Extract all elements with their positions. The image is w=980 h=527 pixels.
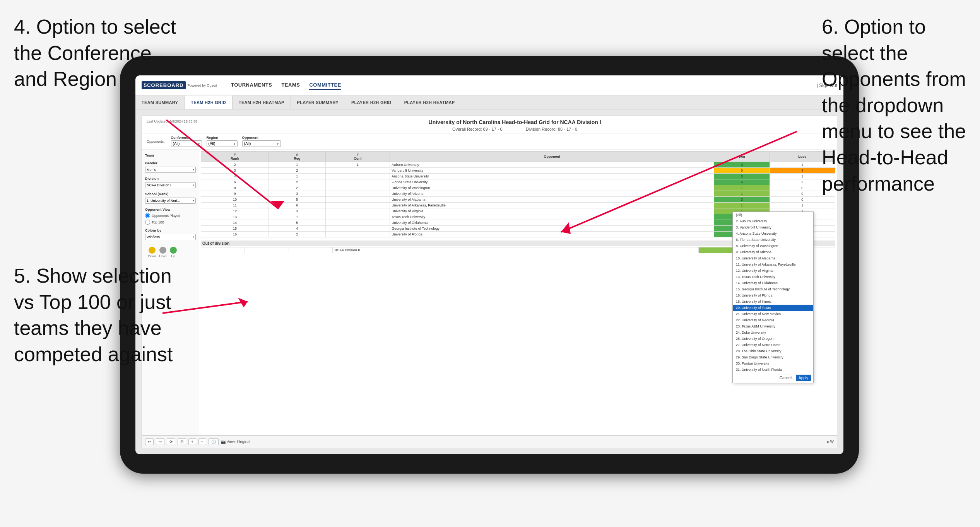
sub-nav: TEAM SUMMARY TEAM H2H GRID TEAM H2H HEAT…	[135, 96, 843, 109]
dropdown-item[interactable]: 14. University of Oklahoma	[733, 280, 813, 286]
cell-rank: 13	[201, 214, 269, 220]
cell-reg: 3	[269, 191, 325, 197]
nav-committee[interactable]: COMMITTEE	[309, 80, 341, 90]
dropdown-item[interactable]: 29. San Diego State University	[733, 354, 813, 360]
division-select[interactable]: NCAA Division I	[145, 182, 196, 188]
cell-rank: 10	[201, 197, 269, 203]
apply-button[interactable]: Apply	[796, 375, 811, 381]
dropdown-item[interactable]: 9. University of Arizona	[733, 249, 813, 255]
gender-label: Gender	[145, 161, 196, 165]
region-select[interactable]: (All)	[207, 140, 238, 147]
dropdown-item[interactable]: (All)	[733, 212, 813, 218]
dropdown-item[interactable]: 25. University of Oregon	[733, 336, 813, 342]
zoom-in[interactable]: +	[188, 438, 196, 445]
cell-conf	[325, 226, 390, 232]
dropdown-item[interactable]: 2. Auburn University	[733, 218, 813, 224]
radio-group: Opponents Played Top 100	[145, 213, 196, 225]
refresh-button[interactable]: ⟳	[167, 438, 175, 445]
clock-button[interactable]: 🕐	[209, 438, 219, 445]
annotation-bottom-left: 5. Show selectionvs Top 100 or justteams…	[14, 263, 173, 367]
cell-win: 1	[714, 185, 770, 191]
opponent-dropdown[interactable]: (All)2. Auburn University3. Vanderbilt U…	[732, 211, 814, 383]
ncaa-empty2	[245, 247, 289, 253]
subnav-player-h2h-heatmap[interactable]: PLAYER H2H HEATMAP	[398, 96, 462, 109]
dropdown-item[interactable]: 10. University of Alabama	[733, 255, 813, 261]
cell-loss: 0	[770, 197, 835, 203]
dropdown-item[interactable]: 28. The Ohio State University	[733, 348, 813, 354]
dropdown-item[interactable]: 6. Florida State University	[733, 237, 813, 243]
cell-conf	[325, 220, 390, 226]
dropdown-item[interactable]: 16. University of Florida	[733, 292, 813, 298]
dropdown-item[interactable]: 24. Duke University	[733, 329, 813, 336]
dropdown-item[interactable]: 12. University of Virginia	[733, 268, 813, 274]
region-label: Region	[207, 136, 238, 140]
dropdown-item[interactable]: 3. Vanderbilt University	[733, 224, 813, 230]
colour-select[interactable]: Win/loss	[145, 234, 196, 240]
dropdown-item[interactable]: 13. Texas Tech University	[733, 274, 813, 280]
undo-button[interactable]: ↩	[145, 438, 154, 445]
radio-opponents-played[interactable]: Opponents Played	[145, 213, 196, 218]
legend-level: Level	[159, 247, 166, 258]
cell-rank: 2	[201, 162, 269, 168]
cell-reg: 2	[269, 232, 325, 237]
dropdown-item[interactable]: 30. Purdue University	[733, 360, 813, 367]
opponent-select[interactable]: (All)	[242, 140, 281, 147]
dropdown-item[interactable]: 20. University of Texas	[733, 305, 813, 311]
gender-select[interactable]: Men's	[145, 167, 196, 173]
conference-select[interactable]: (All)	[171, 140, 202, 147]
dropdown-item[interactable]: 27. University of Notre Dame	[733, 342, 813, 348]
dropdown-item[interactable]: 8. University of Washington	[733, 243, 813, 249]
redo-button[interactable]: ↪	[156, 438, 164, 445]
dropdown-item[interactable]: 4. Arizona State University	[733, 230, 813, 237]
zoom-out[interactable]: −	[198, 438, 206, 445]
school-label: School (Rank)	[145, 192, 196, 196]
dropdown-item[interactable]: 11. University of Arkansas, Fayetteville	[733, 261, 813, 268]
col-win: Win	[714, 152, 770, 162]
ncaa-label: NCAA Division II	[333, 247, 699, 253]
division-section: Division NCAA Division I	[145, 177, 196, 188]
dropdown-item[interactable]: 23. Texas A&M University	[733, 323, 813, 329]
dropdown-item[interactable]: 18. University of Illinois	[733, 298, 813, 305]
table-row: 8 2 University of Washington 1 0	[201, 185, 835, 191]
subnav-h2h-grid[interactable]: TEAM H2H GRID	[185, 96, 233, 109]
dropdown-item[interactable]: 15. Georgia Institute of Technology	[733, 286, 813, 292]
gender-section: Gender Men's	[145, 161, 196, 173]
cell-opponent: University of Washington	[390, 185, 714, 191]
school-select[interactable]: 1. University of Nort...	[145, 198, 196, 204]
cell-reg: 3	[269, 208, 325, 214]
view-label: 📷 View: Original	[221, 440, 250, 444]
subnav-player-h2h-grid[interactable]: PLAYER H2H GRID	[345, 96, 398, 109]
cell-rank: 9	[201, 191, 269, 197]
region-filter: Region (All)	[207, 136, 238, 147]
colour-label: Colour by	[145, 229, 196, 232]
cell-rank: 4	[201, 174, 269, 179]
table-row: 3 2 Vanderbilt University 0 4	[201, 168, 835, 174]
copy-button[interactable]: ⊞	[178, 438, 186, 445]
nav-tournaments[interactable]: TOURNAMENTS	[231, 80, 272, 90]
dropdown-item[interactable]: 22. University of Georgia	[733, 317, 813, 323]
nav-teams[interactable]: TEAMS	[281, 80, 300, 90]
dropdown-item[interactable]: 21. University of New Mexico	[733, 311, 813, 317]
subnav-h2h-heatmap[interactable]: TEAM H2H HEATMAP	[233, 96, 291, 109]
table-row: 10 5 University of Alabama 3 0	[201, 197, 835, 203]
cell-reg: 2	[269, 179, 325, 185]
cell-conf	[325, 185, 390, 191]
cell-opponent: University of Arkansas, Fayetteville	[390, 203, 714, 208]
cell-conf	[325, 214, 390, 220]
radio-top100[interactable]: Top 100	[145, 220, 196, 225]
subnav-team-summary[interactable]: TEAM SUMMARY	[135, 96, 185, 109]
cell-rank: 12	[201, 208, 269, 214]
table-row: 4 1 Arizona State University 5 1	[201, 174, 835, 179]
cell-opponent: University of Alabama	[390, 197, 714, 203]
dropdown-item[interactable]: 31. University of North Florida	[733, 367, 813, 373]
cancel-button[interactable]: Cancel	[777, 375, 794, 381]
cell-win: 5	[714, 174, 770, 179]
col-reg: #Reg	[269, 152, 325, 162]
team-label: Team	[145, 153, 196, 157]
opponent-view-label: Opponent View	[145, 208, 196, 211]
cell-conf	[325, 203, 390, 208]
colour-section: Colour by Win/loss	[145, 229, 196, 240]
subnav-player-summary[interactable]: PLAYER SUMMARY	[291, 96, 345, 109]
cell-win: 1	[714, 191, 770, 197]
cell-opponent: Florida State University	[390, 179, 714, 185]
